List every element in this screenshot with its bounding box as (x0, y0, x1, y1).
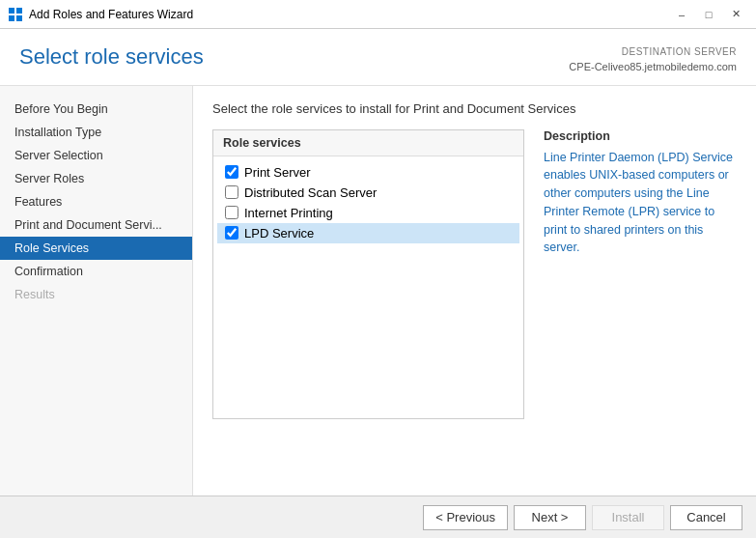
svg-rect-0 (9, 8, 14, 14)
print-server-label: Print Server (244, 165, 311, 180)
role-services-header: Role services (213, 130, 523, 156)
previous-button[interactable]: < Previous (423, 505, 508, 530)
close-button[interactable]: ✕ (723, 5, 748, 24)
list-item[interactable]: Print Server (217, 162, 519, 183)
svg-rect-3 (16, 15, 22, 21)
app-icon (8, 7, 23, 22)
description-text: Line Printer Daemon (LPD) Service enable… (544, 149, 737, 258)
main-window: Select role services DESTINATION SERVER … (0, 29, 756, 538)
lpd-service-checkbox[interactable] (225, 226, 238, 240)
print-server-checkbox[interactable] (225, 165, 238, 179)
content-area: Select the role services to install for … (193, 86, 756, 496)
sidebar-item-before-you-begin[interactable]: Before You Begin (0, 98, 192, 121)
sidebar-item-server-roles[interactable]: Server Roles (0, 167, 192, 190)
internet-printing-checkbox[interactable] (225, 206, 238, 219)
lpd-service-label: LPD Service (244, 226, 314, 241)
cancel-button[interactable]: Cancel (670, 505, 742, 530)
list-item[interactable]: LPD Service (217, 223, 519, 243)
sidebar-item-features[interactable]: Features (0, 190, 192, 213)
window-footer: < Previous Next > Install Cancel (0, 496, 756, 538)
window-body: Before You Begin Installation Type Serve… (0, 86, 756, 496)
two-column-layout: Role services Print Server Distributed S… (212, 129, 737, 419)
description-panel: Description Line Printer Daemon (LPD) Se… (544, 129, 737, 419)
description-header: Description (544, 129, 737, 143)
title-bar: Add Roles and Features Wizard – □ ✕ (0, 0, 756, 29)
role-services-list: Print Server Distributed Scan Server Int… (213, 156, 523, 249)
window-controls: – □ ✕ (669, 5, 748, 24)
sidebar-item-installation-type[interactable]: Installation Type (0, 121, 192, 144)
internet-printing-label: Internet Printing (244, 206, 333, 220)
distributed-scan-checkbox[interactable] (225, 185, 238, 199)
list-item[interactable]: Internet Printing (217, 203, 519, 223)
sidebar-item-print-document[interactable]: Print and Document Servi... (0, 213, 192, 237)
distributed-scan-label: Distributed Scan Server (244, 185, 377, 200)
destination-server-info: DESTINATION SERVER CPE-Celiveo85.jetmobi… (569, 44, 737, 75)
sidebar-item-confirmation[interactable]: Confirmation (0, 260, 192, 283)
sidebar-item-results: Results (0, 283, 192, 306)
window-header: Select role services DESTINATION SERVER … (0, 29, 756, 86)
list-item[interactable]: Distributed Scan Server (217, 183, 519, 203)
title-bar-text: Add Roles and Features Wizard (29, 8, 669, 21)
install-button[interactable]: Install (592, 505, 664, 530)
minimize-button[interactable]: – (669, 5, 694, 24)
content-subtitle: Select the role services to install for … (212, 101, 737, 116)
page-title: Select role services (19, 44, 204, 70)
destination-label: DESTINATION SERVER (569, 44, 737, 59)
role-services-panel: Role services Print Server Distributed S… (212, 129, 524, 419)
svg-rect-2 (9, 15, 14, 21)
sidebar: Before You Begin Installation Type Serve… (0, 86, 193, 496)
svg-rect-1 (16, 8, 22, 14)
destination-server-name: CPE-Celiveo85.jetmobiledemo.com (569, 59, 737, 75)
maximize-button[interactable]: □ (696, 5, 721, 24)
sidebar-item-server-selection[interactable]: Server Selection (0, 144, 192, 167)
sidebar-item-role-services[interactable]: Role Services (0, 237, 192, 260)
next-button[interactable]: Next > (514, 505, 586, 530)
